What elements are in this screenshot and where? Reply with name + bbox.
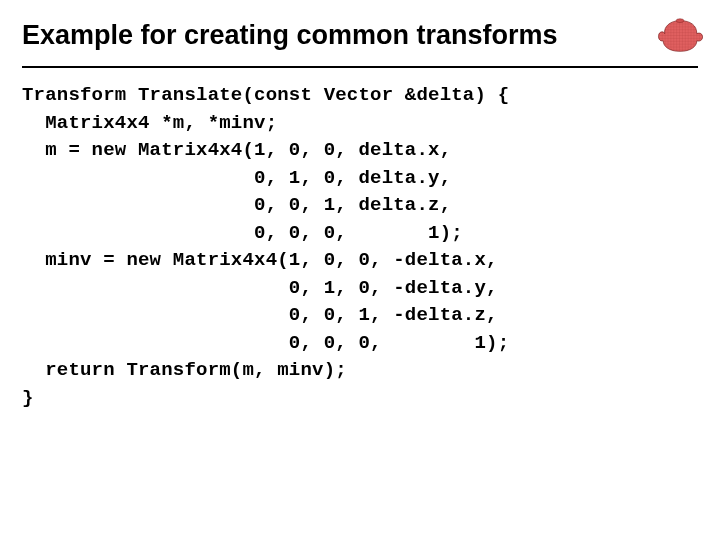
slide: Example for creating common transforms	[0, 0, 720, 540]
teapot-icon	[656, 12, 704, 60]
page-title: Example for creating common transforms	[22, 20, 558, 51]
svg-point-2	[676, 19, 684, 23]
title-row: Example for creating common transforms	[22, 12, 698, 60]
code-block: Transform Translate(const Vector &delta)…	[22, 82, 698, 413]
divider	[22, 66, 698, 68]
